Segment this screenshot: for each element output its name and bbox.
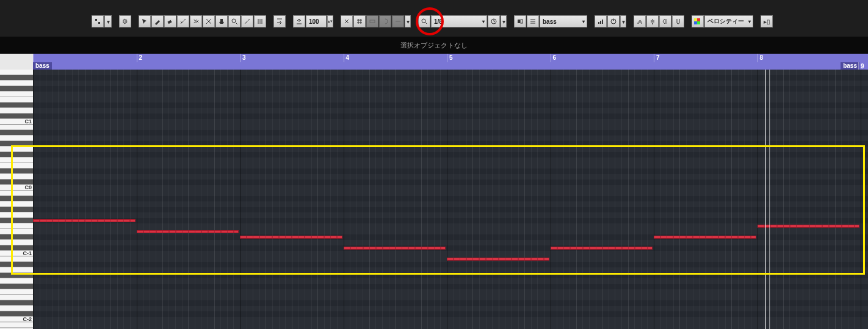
piano-key-black[interactable]	[0, 75, 33, 81]
part-edit-mode-button[interactable]	[514, 15, 526, 27]
note-grid[interactable]	[33, 70, 868, 329]
piano-key-white[interactable]	[0, 70, 33, 75]
piano-key-black[interactable]	[0, 196, 33, 201]
piano-key-black[interactable]	[0, 103, 33, 108]
record-pitch-button[interactable]	[672, 15, 684, 27]
glue-tool[interactable]	[215, 15, 228, 27]
trim-tool[interactable]	[177, 15, 189, 27]
piano-key-white[interactable]	[0, 136, 33, 141]
timeline-ruler[interactable]: 2345678	[33, 54, 868, 62]
indicate-transpose-button[interactable]	[595, 15, 607, 27]
piano-key-black[interactable]	[0, 218, 33, 223]
part-tab-right[interactable]: bass	[841, 62, 859, 70]
piano-key-black[interactable]	[0, 300, 33, 306]
iterative-quantize-button[interactable]	[488, 15, 500, 27]
midi-note[interactable]	[137, 230, 239, 233]
midi-note[interactable]	[551, 247, 653, 250]
line-tool[interactable]	[241, 15, 253, 27]
piano-key-white[interactable]: C0	[0, 185, 33, 190]
acoustic-feedback-button[interactable]	[119, 15, 131, 27]
piano-keyboard[interactable]: C1C0C-1C-2	[0, 70, 33, 329]
solo-dropdown[interactable]: ▾	[104, 15, 112, 27]
piano-key-white[interactable]: C-1	[0, 251, 33, 256]
piano-key-black[interactable]	[0, 141, 33, 146]
piano-key-white[interactable]	[0, 306, 33, 311]
piano-key-white[interactable]	[0, 240, 33, 245]
piano-key-white[interactable]	[0, 212, 33, 218]
part-tab-left[interactable]: bass	[33, 62, 52, 70]
piano-key-white[interactable]	[0, 163, 33, 168]
draw-tool[interactable]	[151, 15, 164, 27]
midi-input-button[interactable]	[646, 15, 659, 27]
step-input-button[interactable]	[634, 15, 646, 27]
piano-key-black[interactable]	[0, 130, 33, 136]
piano-key-black[interactable]	[0, 262, 33, 267]
piano-key-white[interactable]	[0, 201, 33, 207]
piano-key-white[interactable]	[0, 223, 33, 229]
event-colors-button[interactable]	[692, 15, 704, 27]
snap-type-relative[interactable]	[366, 15, 378, 27]
snap-type-grid[interactable]	[353, 15, 366, 27]
snap-button[interactable]	[341, 15, 353, 27]
piano-key-black[interactable]	[0, 284, 33, 289]
piano-key-white[interactable]	[0, 322, 33, 328]
playhead[interactable]	[765, 70, 766, 329]
zoom-tool[interactable]	[228, 15, 241, 27]
insert-velocity-button[interactable]	[293, 15, 305, 27]
piano-key-black[interactable]	[0, 234, 33, 240]
edit-in-place-button[interactable]: ▸▯	[761, 15, 773, 27]
auto-scroll-button[interactable]	[273, 15, 286, 27]
piano-key-white[interactable]	[0, 174, 33, 179]
color-menu-button[interactable]	[607, 15, 620, 27]
piano-key-white[interactable]	[0, 229, 33, 234]
midi-note[interactable]	[447, 258, 549, 261]
solo-editor-button[interactable]	[92, 15, 104, 27]
timewarp-tool[interactable]	[254, 15, 266, 27]
move-insert-mode[interactable]	[659, 15, 671, 27]
velocity-spinner[interactable]: ▴▾	[327, 15, 333, 27]
piano-key-white[interactable]	[0, 278, 33, 284]
midi-note[interactable]	[240, 236, 342, 239]
controller-lane-select[interactable]: ベロシティー	[704, 15, 753, 27]
piano-key-black[interactable]	[0, 168, 33, 174]
piano-key-white[interactable]	[0, 108, 33, 114]
piano-key-white[interactable]	[0, 97, 33, 103]
snap-type-shuffle[interactable]	[392, 15, 404, 27]
pointer-tool[interactable]	[139, 15, 151, 27]
midi-note[interactable]	[654, 236, 756, 239]
midi-note[interactable]	[33, 219, 136, 222]
midi-note[interactable]	[758, 225, 860, 228]
quantize-preset-select[interactable]: 1/8	[431, 15, 487, 27]
erase-tool[interactable]	[164, 15, 176, 27]
piano-key-white[interactable]	[0, 289, 33, 295]
color-dropdown[interactable]: ▾	[620, 15, 626, 27]
piano-key-white[interactable]	[0, 190, 33, 196]
snap-dropdown[interactable]: ▾	[405, 15, 411, 27]
piano-key-white[interactable]	[0, 81, 33, 86]
active-part-select[interactable]: bass	[540, 15, 587, 27]
piano-key-black[interactable]	[0, 207, 33, 212]
piano-key-white[interactable]: C1	[0, 119, 33, 125]
insert-velocity-field[interactable]: 100	[306, 15, 327, 27]
piano-key-white[interactable]: C-2	[0, 317, 33, 322]
split-tool[interactable]	[190, 15, 202, 27]
snap-type-events[interactable]	[379, 15, 391, 27]
part-list-button[interactable]	[527, 15, 539, 27]
bar-marker: 4	[344, 54, 350, 62]
quantize-apply-button[interactable]	[418, 15, 430, 27]
piano-key-black[interactable]	[0, 86, 33, 92]
piano-key-white[interactable]	[0, 256, 33, 262]
piano-key-black[interactable]	[0, 273, 33, 278]
piano-key-black[interactable]	[0, 152, 33, 157]
piano-key-white[interactable]	[0, 267, 33, 273]
piano-key-white[interactable]	[0, 295, 33, 300]
bar-marker: 5	[447, 54, 453, 62]
piano-key-white[interactable]	[0, 125, 33, 130]
quantize-dropdown[interactable]: ▾	[501, 15, 507, 27]
piano-key-white[interactable]	[0, 92, 33, 97]
midi-note[interactable]	[344, 247, 446, 250]
svg-rect-6	[521, 20, 523, 23]
mute-tool[interactable]	[203, 15, 215, 27]
piano-key-white[interactable]	[0, 146, 33, 152]
piano-key-white[interactable]	[0, 157, 33, 163]
